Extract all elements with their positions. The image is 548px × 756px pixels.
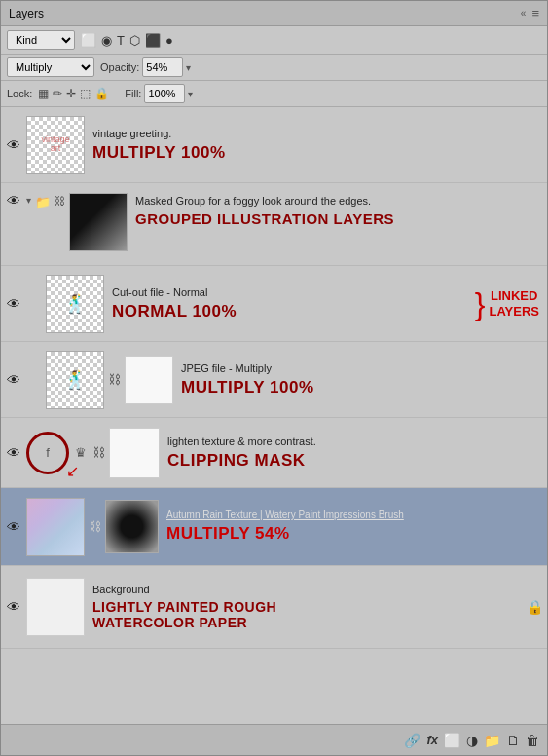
layer-thumbnail <box>26 498 85 556</box>
lock-artboard-icon[interactable]: ⬚ <box>80 87 91 100</box>
layer-info: JPEG file - Multiply MULTIPLY 100% <box>177 360 543 399</box>
layer-name: JPEG file - Multiply <box>181 362 539 374</box>
layer-row-clipping[interactable]: 👁 f ↙ ♛ ⛓ lighten texture & more contras… <box>1 418 547 488</box>
layer-row[interactable]: 👁 vintageart vintage greeting. MULTIPLY … <box>1 107 547 183</box>
layer-row-autumn[interactable]: 👁 ⛓ Autumn Rain Texture | Watery Paint I… <box>1 488 547 566</box>
layer-mask-thumbnail <box>105 500 159 553</box>
layer-info: Autumn Rain Texture | Watery Paint Impre… <box>163 508 543 546</box>
layer-thumbnail: 🕺 <box>46 275 104 333</box>
lock-move-icon[interactable]: ✛ <box>66 87 76 100</box>
visibility-toggle[interactable]: 👁 <box>5 599 22 615</box>
layer-thumbnail: vintageart <box>26 116 85 174</box>
filter-toolbar: Kind Name Effect Mode ⬜ ◉ T ⬡ ⬛ ● <box>1 26 547 55</box>
layer-info: Background LIGHTLY PAINTED ROUGHWATERCOL… <box>89 582 523 632</box>
clipping-circle: f <box>26 432 69 474</box>
layer-row-cutout[interactable]: 👁 🕺 Cut-out file - Normal NORMAL 100% } … <box>1 266 547 342</box>
layer-mode: MULTIPLY 54% <box>166 524 539 544</box>
new-group-icon[interactable]: 📁 <box>484 733 500 748</box>
folder-icon: 📁 <box>35 195 51 209</box>
fx-icon[interactable]: fx <box>426 733 438 747</box>
expand-arrow[interactable]: ▾ <box>26 195 31 206</box>
new-layer-icon[interactable]: 🗋 <box>506 733 520 748</box>
link-icon2: ⛓ <box>92 445 105 460</box>
panel-menu-icon[interactable]: ≡ <box>531 6 539 20</box>
bottom-toolbar: 🔗 fx ⬜ ◑ 📁 🗋 🗑 <box>1 724 547 755</box>
link-layers-icon[interactable]: 🔗 <box>404 733 420 748</box>
adjustment-layer-icon[interactable]: ◑ <box>466 733 478 748</box>
opacity-control: Opacity: ▾ <box>100 57 191 77</box>
title-icons: « ≡ <box>521 6 539 20</box>
link-chain-icon: ⛓ <box>55 195 65 207</box>
layer-thumbnail <box>109 428 160 478</box>
layer-thumbnail <box>69 193 128 251</box>
fill-input[interactable] <box>144 84 185 103</box>
collapse-icon[interactable]: « <box>521 8 527 19</box>
layer-mask-thumbnail <box>125 356 173 404</box>
crown-icon: ♛ <box>75 445 87 460</box>
lock-label: Lock: <box>7 88 32 99</box>
layer-name: Autumn Rain Texture | Watery Paint Impre… <box>166 510 539 520</box>
filter-icons: ⬜ ◉ T ⬡ ⬛ ● <box>81 33 173 48</box>
layer-info: vintage greeting. MULTIPLY 100% <box>89 126 543 165</box>
layer-mode: LIGHTLY PAINTED ROUGHWATERCOLOR PAPER <box>92 599 519 630</box>
lock-toolbar: Lock: ▦ ✏ ✛ ⬚ 🔒 Fill: ▾ <box>1 81 547 107</box>
blend-toolbar: Normal Multiply Screen Overlay Opacity: … <box>1 55 547 81</box>
text-filter-icon[interactable]: T <box>117 33 125 48</box>
fill-arrow[interactable]: ▾ <box>188 89 193 99</box>
layer-mode: MULTIPLY 100% <box>181 378 539 397</box>
layers-list: 👁 vintageart vintage greeting. MULTIPLY … <box>1 107 547 724</box>
layer-row-jpeg[interactable]: 👁 🕺 ⛓ JPEG file - Multiply MULTIPLY 100% <box>1 342 547 418</box>
link-icon3: ⛓ <box>89 519 101 534</box>
clipping-icon: f <box>46 445 50 460</box>
visibility-toggle[interactable]: 👁 <box>5 372 22 388</box>
smart-filter-icon[interactable]: ⬛ <box>145 33 161 48</box>
layer-mode: NORMAL 100% <box>112 302 299 321</box>
panel-titlebar: Layers « ≡ <box>1 1 547 26</box>
layer-name: Masked Group for a foggy look around the… <box>135 195 539 207</box>
layer-thumbnail <box>26 578 85 636</box>
blend-mode-select[interactable]: Normal Multiply Screen Overlay <box>7 57 94 77</box>
adjustment-filter-icon[interactable]: ◉ <box>101 33 112 48</box>
add-mask-icon[interactable]: ⬜ <box>444 733 460 748</box>
arrow-annotation: ↙ <box>66 462 79 480</box>
lock-icons: ▦ ✏ ✛ ⬚ 🔒 <box>38 87 109 100</box>
layer-row-background[interactable]: 👁 Background LIGHTLY PAINTED ROUGHWATERC… <box>1 566 547 649</box>
layer-name: vintage greeting. <box>92 128 539 139</box>
visibility-toggle[interactable]: 👁 <box>5 137 22 153</box>
opacity-label: Opacity: <box>100 61 139 73</box>
layer-name: Cut-out file - Normal <box>112 286 299 298</box>
shape-filter-icon[interactable]: ⬡ <box>129 33 140 48</box>
linked-label: LINKEDLAYERS <box>489 288 539 319</box>
visibility-toggle[interactable]: 👁 <box>5 296 22 312</box>
layer-info: Cut-out file - Normal NORMAL 100% <box>108 284 303 323</box>
pixel-filter-icon[interactable]: ⬜ <box>81 33 96 48</box>
lock-transparent-icon[interactable]: ▦ <box>38 87 49 100</box>
layer-mode: GROUPED ILLUSTRATION LAYERS <box>135 210 539 227</box>
lock-background-icon: 🔒 <box>527 599 543 615</box>
link-icon: ⛓ <box>108 372 121 387</box>
layer-thumbnail: 🕺 <box>46 351 104 409</box>
lock-paint-icon[interactable]: ✏ <box>53 87 62 100</box>
layer-name: lighten texture & more contrast. <box>167 435 539 447</box>
layer-mode: MULTIPLY 100% <box>92 143 539 163</box>
linked-layers-annotation: } LINKEDLAYERS <box>475 288 539 320</box>
lock-all-icon[interactable]: 🔒 <box>94 87 109 100</box>
layers-panel: Layers « ≡ Kind Name Effect Mode ⬜ ◉ T ⬡… <box>0 0 548 756</box>
dot-filter-icon[interactable]: ● <box>165 33 173 48</box>
layer-name: Background <box>92 584 519 595</box>
layer-row-group[interactable]: 👁 ▾ 📁 ⛓ Masked Group for a foggy look ar… <box>1 183 547 266</box>
layer-info: lighten texture & more contrast. CLIPPIN… <box>164 434 543 472</box>
fill-control: Fill: ▾ <box>125 84 193 103</box>
layer-info: Masked Group for a foggy look around the… <box>131 193 543 229</box>
kind-select[interactable]: Kind Name Effect Mode <box>7 30 75 50</box>
delete-layer-icon[interactable]: 🗑 <box>526 733 539 748</box>
visibility-toggle[interactable]: 👁 <box>5 519 22 535</box>
opacity-input[interactable] <box>142 57 183 77</box>
visibility-toggle[interactable]: 👁 <box>5 445 22 461</box>
panel-title: Layers <box>9 7 44 20</box>
fill-label: Fill: <box>125 88 141 99</box>
opacity-arrow[interactable]: ▾ <box>186 62 191 73</box>
visibility-toggle[interactable]: 👁 <box>5 193 22 208</box>
clipping-circle-container: f ↙ <box>26 432 69 474</box>
layer-mode: CLIPPING MASK <box>167 451 539 471</box>
